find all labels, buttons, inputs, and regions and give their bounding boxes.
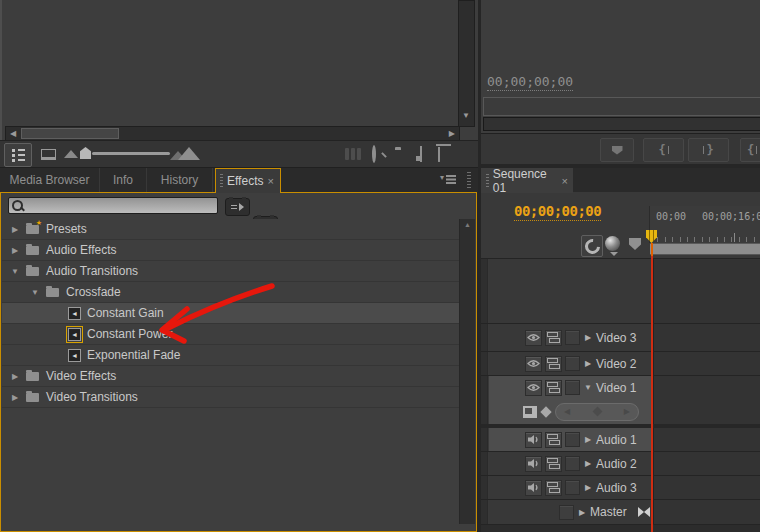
- chevron-down-icon[interactable]: ▼: [30, 283, 40, 302]
- chevron-right-icon[interactable]: ▶: [583, 359, 593, 368]
- tree-item-constant-gain[interactable]: ◄ Constant Gain: [2, 303, 459, 324]
- toggle-track-output-button[interactable]: [525, 456, 542, 472]
- monitor-button-row: { } {: [481, 133, 760, 164]
- tab-sequence-01[interactable]: Sequence 01 ×: [481, 168, 573, 193]
- snap-button[interactable]: [581, 235, 603, 257]
- track-lock-toggle[interactable]: [565, 380, 580, 395]
- track-lock-toggle[interactable]: [565, 330, 580, 345]
- tab-effects[interactable]: Effects ×: [215, 168, 281, 193]
- scroll-up-icon[interactable]: ▲: [464, 221, 471, 228]
- chevron-right-icon[interactable]: ▶: [10, 388, 20, 407]
- sync-lock-button[interactable]: [545, 356, 562, 372]
- track-header-audio1[interactable]: ▶ Audio 1: [489, 428, 651, 451]
- set-display-style-button[interactable]: [523, 406, 537, 418]
- keyframe-navigator[interactable]: ◀ ▶: [555, 403, 639, 421]
- tab-history[interactable]: History: [147, 168, 213, 192]
- chevron-right-icon[interactable]: ▶: [10, 220, 20, 239]
- tree-item-audio-effects[interactable]: ▶ Audio Effects: [2, 240, 459, 261]
- new-item-button[interactable]: [420, 147, 422, 161]
- accelerated-effects-button[interactable]: [225, 198, 250, 216]
- track-lock-toggle[interactable]: [565, 456, 580, 471]
- sync-lock-button[interactable]: [545, 380, 562, 396]
- mark-out-button[interactable]: }: [688, 138, 729, 162]
- add-marker-button[interactable]: [600, 138, 634, 162]
- chevron-down-icon[interactable]: ▼: [583, 383, 593, 392]
- scrollbar-thumb[interactable]: [21, 128, 119, 139]
- speaker-icon: [527, 434, 540, 445]
- set-marker-button[interactable]: [629, 238, 641, 250]
- encore-chapter-marker-button[interactable]: [605, 236, 620, 251]
- mark-in-icon: {: [658, 143, 665, 157]
- find-button[interactable]: [372, 147, 376, 161]
- list-view-button[interactable]: [4, 143, 32, 167]
- toggle-track-output-button[interactable]: [525, 432, 542, 448]
- tree-item-presets[interactable]: ▶ ★ Presets: [2, 219, 459, 240]
- monitor-timecode[interactable]: 00;00;00;00: [487, 74, 573, 91]
- previous-keyframe-icon[interactable]: ◀: [564, 407, 570, 416]
- track-header-video2[interactable]: ▶ Video 2: [489, 352, 651, 375]
- mark-in-button[interactable]: {: [643, 138, 684, 162]
- go-to-in-button[interactable]: {: [740, 138, 760, 162]
- tree-item-constant-power[interactable]: ◄ Constant Power: [2, 324, 459, 345]
- track-lock-toggle[interactable]: [565, 356, 580, 371]
- toggle-track-output-button[interactable]: [525, 380, 542, 396]
- effects-scrollbar[interactable]: ▲: [459, 219, 475, 524]
- effects-search-box[interactable]: [8, 197, 218, 214]
- track-header-master[interactable]: ▶ Master: [489, 500, 651, 524]
- scroll-down-icon[interactable]: ▼: [462, 111, 470, 120]
- tree-item-crossfade[interactable]: ▼ Crossfade: [2, 282, 459, 303]
- scroll-right-icon[interactable]: ▶: [449, 129, 455, 138]
- track-header-video1[interactable]: ▼ Video 1: [489, 376, 651, 399]
- toggle-track-output-button[interactable]: [525, 356, 542, 372]
- tree-item-video-transitions[interactable]: ▶ Video Transitions: [2, 387, 459, 408]
- close-icon[interactable]: ×: [267, 176, 273, 186]
- time-ruler[interactable]: 00;00 00;00;16;00: [649, 206, 760, 243]
- sync-lock-button[interactable]: [545, 480, 562, 496]
- sync-lock-button[interactable]: [545, 432, 562, 448]
- chevron-right-icon[interactable]: ▶: [577, 508, 587, 517]
- mark-out-icon: }: [706, 143, 713, 157]
- sync-lock-button[interactable]: [545, 330, 562, 346]
- tree-item-exponential-fade[interactable]: ◄ Exponential Fade: [2, 345, 459, 366]
- work-area-bar[interactable]: [650, 243, 760, 255]
- tree-item-video-effects[interactable]: ▶ Video Effects: [2, 366, 459, 387]
- track-lock-toggle[interactable]: [565, 480, 580, 495]
- monitor-scrollbar[interactable]: [483, 117, 760, 131]
- search-input[interactable]: [23, 199, 217, 213]
- toggle-track-output-button[interactable]: [525, 480, 542, 496]
- panel-menu-button[interactable]: ▾: [440, 174, 456, 182]
- icon-view-button[interactable]: [36, 143, 60, 165]
- chevron-right-icon[interactable]: ▶: [583, 435, 593, 444]
- chevron-right-icon[interactable]: ▶: [583, 483, 593, 492]
- tab-media-browser[interactable]: Media Browser: [0, 168, 100, 192]
- scroll-left-icon[interactable]: ◀: [10, 129, 16, 138]
- track-header-video3[interactable]: ▶ Video 3: [489, 324, 651, 351]
- track-header-audio2[interactable]: ▶ Audio 2: [489, 452, 651, 475]
- chevron-right-icon[interactable]: ▶: [583, 333, 593, 342]
- viewing-area-bar[interactable]: [483, 97, 760, 116]
- chevron-right-icon[interactable]: ▶: [10, 367, 20, 386]
- thumbnail-zoom-slider-handle[interactable]: [80, 147, 91, 159]
- thumbnail-zoom-slider-track[interactable]: [92, 152, 170, 155]
- delete-button[interactable]: [438, 147, 440, 161]
- default-audio-transition-icon: ◄: [68, 328, 81, 341]
- sync-lock-button[interactable]: [545, 456, 562, 472]
- add-keyframe-icon[interactable]: [592, 407, 602, 417]
- track-header-audio3[interactable]: ▶ Audio 3: [489, 476, 651, 499]
- close-icon[interactable]: ×: [562, 176, 568, 186]
- toggle-track-output-button[interactable]: [525, 330, 542, 346]
- zoom-out-icon[interactable]: [64, 150, 78, 158]
- track-lock-toggle[interactable]: [559, 505, 574, 520]
- horizontal-scrollbar[interactable]: ◀ ▶: [5, 126, 460, 141]
- track-lock-toggle[interactable]: [565, 432, 580, 447]
- chevron-right-icon[interactable]: ▶: [583, 459, 593, 468]
- chevron-down-icon[interactable]: ▼: [10, 262, 20, 281]
- keyframe-toggle-button[interactable]: [540, 406, 551, 417]
- show-keyframes-icon[interactable]: [638, 507, 650, 517]
- tree-item-audio-transitions[interactable]: ▼ Audio Transitions: [2, 261, 459, 282]
- vertical-scrollbar[interactable]: ▼: [458, 0, 475, 127]
- sequence-timecode[interactable]: 00;00;00;00: [514, 203, 601, 221]
- chevron-right-icon[interactable]: ▶: [10, 241, 20, 260]
- tab-info[interactable]: Info: [100, 168, 147, 192]
- next-keyframe-icon[interactable]: ▶: [624, 407, 630, 416]
